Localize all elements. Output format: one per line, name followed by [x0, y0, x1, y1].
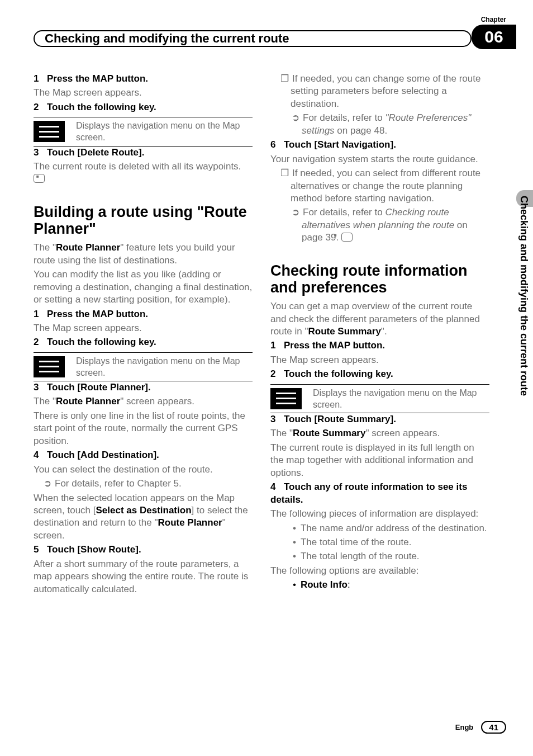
rp-step-5: 5Touch [Show Route]. [34, 544, 253, 556]
step-1: 1Press the MAP button. [34, 73, 253, 85]
rp-step-5-body: After a short summary of the route param… [34, 558, 253, 596]
ri-step-3: 3Touch [Route Summary]. [270, 413, 489, 426]
rp-step-4: 4Touch [Add Destination]. [34, 449, 253, 461]
rp-intro-2: You can modify the list as you like (add… [34, 268, 253, 306]
step-2: 2Touch the following key. [34, 101, 253, 114]
end-section-icon [34, 174, 45, 183]
rp-step-3-line2: There is only one line in the list of ro… [34, 410, 253, 447]
ri-bullet-3: The total length of the route. [270, 550, 489, 563]
ri-step-4-body: The following pieces of information are … [270, 508, 489, 520]
menu-key-desc: Displays the navigation menu on the Map … [76, 120, 253, 143]
menu-icon[interactable] [34, 356, 65, 377]
left-column: 1Press the MAP button. The Map screen ap… [34, 73, 253, 597]
rp-step-3-line1: The "Route Planner" screen appears. [34, 395, 253, 408]
r-step-6-body: Your navigation system starts the route … [270, 153, 489, 166]
rp-step-3: 3Touch [Route Planner]. [34, 381, 253, 394]
rp-step-4-sub: For details, refer to Chapter 5. [34, 478, 253, 490]
footer-lang: Engb [455, 723, 474, 731]
menu-key-row: Displays the navigation menu on the Map … [34, 117, 253, 146]
ri-step-4: 4Touch any of route information to see i… [270, 481, 489, 506]
step-1-body: The Map screen appears. [34, 87, 253, 99]
ri-step-1-body: The Map screen appears. [270, 354, 489, 366]
side-chapter-title: Checking and modifying the current route [518, 196, 530, 396]
ri-step-2: 2Touch the following key. [270, 368, 489, 380]
menu-icon[interactable] [34, 121, 65, 142]
rp-step-1-body: The Map screen appears. [34, 322, 253, 334]
rp-step-2: 2Touch the following key. [34, 336, 253, 348]
step-3: 3Touch [Delete Route]. [34, 147, 253, 159]
rp-step-4-body2: When the selected location appears on th… [34, 492, 253, 542]
footer: Engb 41 [455, 721, 506, 734]
ri-opts: The following options are available: [270, 565, 489, 577]
heading-route-info: Checking route information and preferenc… [270, 262, 489, 296]
chapter-number-tab: 06 [472, 25, 516, 49]
heading-route-planner: Building a route using "Route Planner" [34, 204, 253, 237]
menu-key-desc-2: Displays the navigation menu on the Map … [76, 355, 253, 379]
chapter-label: Chapter [481, 16, 506, 23]
ri-intro: You can get a map overview of the curren… [270, 300, 489, 338]
ri-bullet-2: The total time of the route. [270, 536, 489, 549]
ri-step-1: 1Press the MAP button. [270, 339, 489, 352]
end-section-icon [341, 233, 353, 242]
rp-intro-1: The "Route Planner" feature lets you bui… [34, 242, 253, 267]
ri-opt-1: Route Info: [270, 579, 489, 591]
rp-step-4-body: You can select the destination of the ro… [34, 464, 253, 476]
step-3-body: The current route is deleted with all it… [34, 160, 253, 186]
r-note-1-sub: For details, refer to "Route Preferences… [270, 112, 489, 137]
ri-step-3-line1: The "Route Summary" screen appears. [270, 427, 489, 440]
r-step-6-sub1: If needed, you can select from different… [270, 167, 489, 205]
right-column: If needed, you can change some of the ro… [270, 73, 489, 597]
ri-step-3-body: The current route is displayed in its fu… [270, 442, 489, 479]
rp-step-1: 1Press the MAP button. [34, 308, 253, 320]
ri-bullet-1: The name and/or address of the destinati… [270, 522, 489, 535]
menu-key-row-3: Displays the navigation menu on the Map … [270, 384, 489, 413]
r-step-6: 6Touch [Start Navigation]. [270, 139, 489, 151]
chapter-title-bar: Checking and modifying the current route [34, 30, 472, 47]
menu-icon[interactable] [270, 388, 302, 409]
menu-key-desc-3: Displays the navigation menu on the Map … [313, 387, 489, 410]
r-note-1: If needed, you can change some of the ro… [270, 73, 489, 110]
menu-key-row-2: Displays the navigation menu on the Map … [34, 352, 253, 381]
r-step-6-sub2: For details, refer to Checking route alt… [270, 206, 489, 244]
page-number: 41 [481, 721, 506, 734]
